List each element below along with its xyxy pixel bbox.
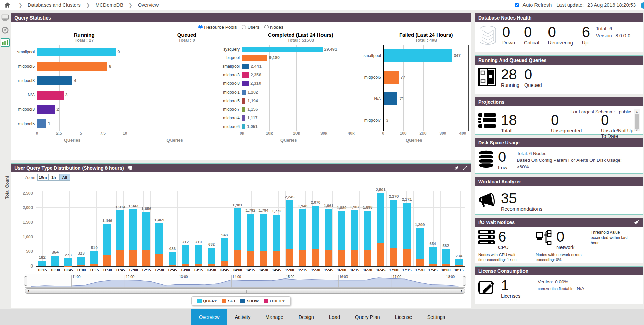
charts-icon[interactable] bbox=[1, 38, 10, 47]
zoom-button-10m[interactable]: 10m bbox=[37, 174, 48, 181]
stacked-bar-17:15[interactable] bbox=[403, 203, 411, 266]
navigator-scrollbar[interactable]: ◄ ► bbox=[25, 288, 465, 294]
scroll-up-arrow[interactable]: ▲ bbox=[635, 110, 639, 113]
breadcrumb-item[interactable]: Overview bbox=[138, 2, 159, 8]
zoom-button-1h[interactable]: 1h bbox=[48, 174, 59, 181]
bar-midpool5[interactable] bbox=[37, 119, 46, 128]
expand-icon[interactable] bbox=[463, 166, 467, 170]
stacked-bar-15:30[interactable] bbox=[312, 206, 319, 266]
stacked-bar-17:45[interactable] bbox=[429, 247, 437, 266]
radio-users[interactable]: Users bbox=[242, 25, 260, 30]
navigator-left-handle[interactable] bbox=[24, 276, 27, 286]
stacked-bar-10:30[interactable] bbox=[51, 256, 59, 266]
navigator-right-handle[interactable] bbox=[463, 276, 466, 286]
bar-midpool6[interactable] bbox=[384, 71, 399, 84]
scroll-thumb[interactable] bbox=[635, 114, 639, 129]
stacked-bar-11:30[interactable] bbox=[103, 224, 111, 266]
bar-midpool7[interactable] bbox=[384, 114, 384, 127]
tab-query-plan[interactable]: Query Plan bbox=[348, 309, 388, 325]
stacked-bar-13:15[interactable] bbox=[195, 245, 202, 266]
home-icon[interactable] bbox=[4, 2, 11, 10]
scroll-right-arrow[interactable]: ► bbox=[460, 290, 463, 292]
stacked-bar-14:00[interactable] bbox=[234, 208, 241, 266]
bar-midpool4[interactable] bbox=[242, 115, 245, 121]
bar-midpool3[interactable] bbox=[37, 76, 72, 85]
stacked-bar-16:30[interactable] bbox=[364, 211, 371, 266]
tab-activity[interactable]: Activity bbox=[227, 309, 258, 325]
legend-item-set[interactable]: SET bbox=[222, 299, 236, 303]
bar-midpool3[interactable] bbox=[242, 72, 249, 78]
scroll-down-arrow[interactable]: ▼ bbox=[635, 129, 639, 132]
stacked-bar-11:00[interactable] bbox=[77, 257, 85, 266]
stacked-bar-11:45[interactable] bbox=[116, 210, 124, 266]
auto-refresh-checkbox[interactable] bbox=[515, 3, 519, 7]
radio-nodes[interactable]: Nodes bbox=[264, 25, 283, 30]
monitor-icon[interactable] bbox=[1, 14, 10, 22]
stacked-bar-12:45[interactable] bbox=[169, 252, 176, 266]
radio-input[interactable] bbox=[264, 25, 269, 29]
projections-title: Projections bbox=[478, 99, 504, 105]
zoom-button-all[interactable]: All bbox=[59, 174, 70, 181]
stacked-bar-15:45[interactable] bbox=[325, 209, 332, 266]
stacked-bar-13:30[interactable] bbox=[208, 248, 215, 266]
stacked-bar-14:15[interactable] bbox=[247, 214, 254, 266]
range-navigator[interactable]: 11:0012:0013:0014:0015:0016:0017:0018:00 bbox=[25, 274, 465, 288]
bar-value: 29,491 bbox=[324, 47, 337, 52]
legend-item-utility[interactable]: UTILITY bbox=[264, 299, 285, 303]
bar-midpool8[interactable] bbox=[242, 81, 249, 86]
stacked-bar-11:15[interactable] bbox=[90, 251, 98, 266]
bar-N/A[interactable] bbox=[37, 91, 63, 100]
stacked-bar-15:00[interactable] bbox=[286, 200, 293, 266]
pin-rocket-icon[interactable] bbox=[454, 165, 459, 171]
pin-rocket-icon[interactable] bbox=[634, 220, 639, 225]
stacked-bar-16:15[interactable] bbox=[351, 210, 358, 266]
tab-load[interactable]: Load bbox=[321, 309, 348, 325]
legend-item-show[interactable]: SHOW bbox=[240, 299, 259, 303]
bar-midpool8[interactable] bbox=[37, 105, 55, 114]
radio-input[interactable] bbox=[198, 25, 203, 29]
bar-midpool7[interactable] bbox=[242, 107, 245, 112]
stacked-bar-13:45[interactable] bbox=[221, 238, 228, 266]
stacked-bar-17:30[interactable] bbox=[416, 228, 424, 266]
breadcrumb-item[interactable]: MCDemoDB bbox=[96, 2, 123, 8]
stacked-bar-16:45[interactable] bbox=[377, 193, 384, 266]
legend-item-query[interactable]: QUERY bbox=[197, 299, 217, 303]
bar-N/A[interactable] bbox=[384, 92, 398, 105]
stacked-bar-10:45[interactable] bbox=[64, 258, 72, 266]
bar-midpool5[interactable] bbox=[242, 98, 245, 104]
bar-smallpool[interactable] bbox=[242, 64, 249, 69]
bar-midpool6[interactable] bbox=[37, 62, 107, 71]
tab-settings[interactable]: Settings bbox=[420, 309, 453, 325]
scroll-grip[interactable] bbox=[244, 290, 246, 292]
tab-overview[interactable]: Overview bbox=[191, 309, 227, 325]
radio-resource-pools[interactable]: Resource Pools bbox=[198, 25, 237, 30]
bar-midpool6[interactable] bbox=[242, 124, 245, 129]
tab-manage[interactable]: Manage bbox=[258, 309, 291, 325]
stacked-bar-12:00[interactable] bbox=[129, 209, 137, 266]
help-button[interactable] bbox=[641, 2, 644, 9]
stacked-bar-18:00[interactable] bbox=[442, 249, 450, 266]
tab-design[interactable]: Design bbox=[291, 309, 321, 325]
radio-input[interactable] bbox=[242, 25, 246, 29]
stacked-bar-12:30[interactable] bbox=[155, 223, 163, 266]
breadcrumb-item[interactable]: Databases and Clusters bbox=[28, 2, 81, 8]
scroll-left-arrow[interactable]: ◄ bbox=[27, 290, 29, 292]
bar-sysquery[interactable] bbox=[242, 47, 323, 52]
stacked-bar-16:00[interactable] bbox=[338, 211, 345, 266]
bar-smallpool[interactable] bbox=[384, 49, 452, 62]
bar-midpool1[interactable] bbox=[242, 90, 246, 95]
calendar-icon[interactable] bbox=[127, 166, 132, 171]
stacked-bar-17:00[interactable] bbox=[390, 200, 397, 266]
stacked-bar-12:15[interactable] bbox=[142, 212, 150, 266]
stacked-bar-10:15[interactable] bbox=[38, 261, 46, 266]
bar-bigpool[interactable] bbox=[242, 55, 267, 61]
stacked-bar-13:00[interactable] bbox=[182, 245, 189, 266]
stacked-bar-14:30[interactable] bbox=[260, 214, 267, 266]
stacked-bar-15:15[interactable] bbox=[299, 209, 306, 266]
bar-smallpool[interactable] bbox=[37, 48, 116, 56]
projections-scrollbar[interactable]: ▲ ▼ bbox=[634, 109, 640, 131]
gauge-icon[interactable] bbox=[1, 26, 10, 34]
tab-license[interactable]: License bbox=[388, 309, 420, 325]
stacked-bar-18:15[interactable] bbox=[455, 259, 463, 266]
stacked-bar-14:45[interactable] bbox=[273, 214, 280, 266]
